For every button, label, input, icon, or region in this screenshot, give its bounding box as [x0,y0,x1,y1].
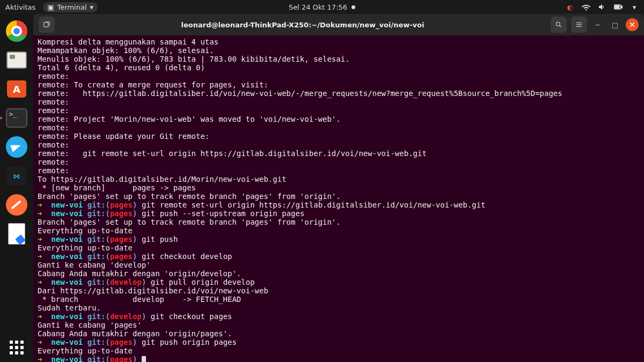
activities-button[interactable]: Aktivitas [5,3,35,11]
software-store-icon [7,80,26,98]
new-tab-button[interactable] [39,17,55,33]
dock-app-software[interactable] [4,76,30,102]
cursor [142,356,146,362]
svg-rect-2 [615,5,619,8]
svg-rect-1 [621,6,622,8]
svg-rect-3 [44,23,48,27]
postman-icon [6,194,27,216]
text-editor-icon [8,223,25,245]
terminal-icon: ▣ [47,3,54,11]
telegram-icon [6,136,27,158]
svg-rect-5 [576,23,582,23]
minimize-button[interactable]: − [591,18,604,31]
svg-rect-7 [576,26,582,27]
dock-app-postman[interactable] [4,192,30,218]
close-button[interactable] [626,18,639,31]
dock-app-chrome[interactable] [4,18,30,44]
dock-app-terminal[interactable] [4,105,30,131]
menu-button[interactable] [571,17,587,33]
dock-app-vscode[interactable]: ⋈ [4,163,30,189]
dock-app-files[interactable] [4,47,30,73]
chrome-icon [6,20,27,42]
dock-app-telegram[interactable] [4,134,30,160]
volume-icon[interactable] [598,3,606,11]
topbar-app-label: Terminal [57,3,87,11]
maximize-button[interactable]: □ [609,18,621,31]
notification-dot-icon [352,5,355,9]
search-button[interactable] [551,17,567,33]
svg-rect-6 [576,24,582,25]
dock-app-texteditor[interactable] [4,221,30,247]
chevron-down-icon: ▾ [90,3,94,11]
show-applications-button[interactable] [10,341,24,354]
tray-app-icon[interactable]: ◐ [566,3,574,11]
battery-icon[interactable] [614,3,623,11]
wifi-icon[interactable] [582,3,590,11]
terminal-output[interactable]: Kompresi delta menggunakan sampai 4 utas… [33,35,644,362]
chevron-down-icon[interactable]: ▾ [630,3,639,11]
dock: ⋈ [0,14,33,362]
vscode-icon: ⋈ [7,166,26,186]
terminal-icon [6,108,27,128]
topbar-datetime[interactable]: Sel 24 Okt 17:56 [289,3,347,11]
titlebar: leonard@leonard-ThinkPad-X250:~/Dokumen/… [33,14,644,35]
svg-point-4 [556,22,560,26]
gnome-topbar: Aktivitas ▣ Terminal ▾ Sel 24 Okt 17:56 … [0,0,644,14]
topbar-app-indicator[interactable]: ▣ Terminal ▾ [43,2,98,12]
window-title: leonard@leonard-ThinkPad-X250:~/Dokumen/… [60,21,545,29]
terminal-window: leonard@leonard-ThinkPad-X250:~/Dokumen/… [33,14,644,362]
files-icon [6,51,27,69]
